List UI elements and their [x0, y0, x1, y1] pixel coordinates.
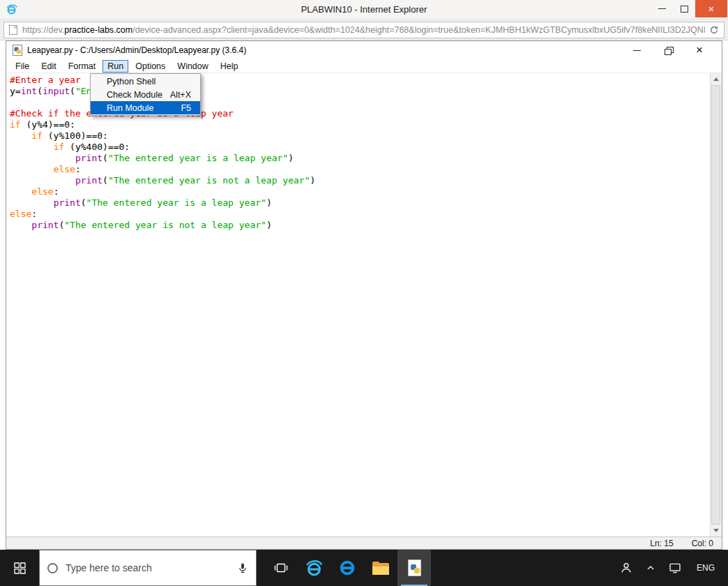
menu-help[interactable]: Help [215, 60, 243, 73]
menu-item-label: Check Module [107, 90, 162, 100]
menu-window[interactable]: Window [172, 60, 213, 73]
internet-explorer-icon [305, 559, 324, 578]
idle-window-controls: × [632, 45, 704, 55]
code-line: print("The entered year is not a leap ye… [10, 220, 709, 231]
taskbar-app-edge[interactable] [331, 550, 364, 586]
minimize-icon [658, 8, 666, 9]
menu-item-shortcut: F5 [181, 103, 191, 113]
ie-addressbar: https://dev.practice-labs.com/device-adv… [0, 20, 728, 40]
status-column-number: Col: 0 [692, 539, 713, 548]
file-explorer-icon [372, 562, 389, 575]
scroll-down-arrow-icon[interactable] [711, 525, 722, 536]
scroll-up-arrow-icon[interactable] [711, 73, 722, 85]
code-line: print("The entered year is a leap year") [10, 153, 709, 164]
restore-icon [665, 47, 672, 54]
cortana-icon [47, 563, 58, 573]
url-scheme: https://dev. [22, 25, 64, 35]
system-tray: ENG [614, 550, 728, 586]
idle-close-button[interactable]: × [695, 45, 704, 55]
menu-format[interactable]: Format [63, 60, 101, 73]
idle-menubar: File Edit Format Run Options Window Help [6, 59, 722, 73]
code-line: if (y%4)==0: [10, 119, 709, 130]
maximize-icon [681, 6, 688, 13]
menu-file[interactable]: File [10, 60, 34, 73]
ie-close-button[interactable]: × [695, 0, 727, 17]
ie-maximize-button[interactable] [673, 0, 695, 17]
page-icon [9, 25, 17, 35]
microphone-icon[interactable] [237, 562, 248, 573]
menu-item-shortcut: Alt+X [170, 90, 191, 100]
taskbar-search[interactable] [39, 550, 257, 586]
network-icon [669, 562, 681, 574]
task-view-button[interactable] [265, 550, 297, 586]
taskbar-app-file-explorer[interactable] [364, 550, 397, 586]
status-line-number: Ln: 15 [650, 539, 673, 548]
code-line: print("The entered year is not a leap ye… [10, 175, 709, 186]
show-hidden-icons-button[interactable] [639, 550, 662, 586]
edge-icon [338, 559, 356, 577]
code-line: if (y%400)==0: [10, 142, 709, 153]
ie-minimize-button[interactable] [651, 0, 673, 17]
idle-restore-button[interactable] [663, 45, 673, 55]
url-path: /device-advanced.aspx?client=java&device… [132, 25, 705, 35]
network-button[interactable] [662, 550, 688, 586]
code-line: print("The entered year is a leap year") [10, 197, 709, 209]
menu-item-label: Python Shell [107, 77, 156, 87]
menu-options[interactable]: Options [130, 60, 170, 73]
start-button[interactable] [0, 550, 39, 586]
idle-window: Leapyear.py - C:/Users/Admin/Desktop/Lea… [6, 40, 722, 550]
language-indicator[interactable]: ENG [688, 550, 724, 586]
idle-editor: #Enter a yeary=int(input("Enter a year: … [6, 73, 722, 536]
ie-window-title: PLABWIN10 - Internet Explorer [301, 4, 427, 15]
ie-titlebar[interactable]: PLABWIN10 - Internet Explorer × [0, 0, 728, 20]
idle-minimize-button[interactable] [632, 45, 642, 55]
code-area[interactable]: #Enter a yeary=int(input("Enter a year: … [10, 75, 709, 536]
scrollbar-thumb[interactable] [711, 85, 720, 525]
idle-statusbar: Ln: 15 Col: 0 [6, 536, 722, 549]
run-dropdown-menu: Python Shell Check Module Alt+X Run Modu… [90, 73, 201, 116]
taskbar-app-internet-explorer[interactable] [297, 550, 331, 586]
ie-window-controls: × [651, 0, 728, 19]
code-line: else: [10, 209, 709, 220]
menu-item-run-module[interactable]: Run Module F5 [91, 101, 200, 114]
python-file-icon [13, 45, 22, 56]
internet-explorer-logo-icon [6, 3, 17, 15]
people-icon [620, 562, 632, 574]
code-line: if (y%100)==0: [10, 130, 709, 142]
menu-item-check-module[interactable]: Check Module Alt+X [91, 88, 200, 101]
address-bar-input[interactable]: https://dev.practice-labs.com/device-adv… [3, 22, 725, 38]
url-text: https://dev.practice-labs.com/device-adv… [22, 25, 705, 35]
menu-item-python-shell[interactable]: Python Shell [91, 75, 200, 88]
windows-logo-icon [13, 562, 26, 575]
url-domain: practice-labs.com [64, 25, 132, 35]
code-line: else: [10, 164, 709, 175]
python-idle-icon [408, 559, 421, 576]
idle-titlebar[interactable]: Leapyear.py - C:/Users/Admin/Desktop/Lea… [6, 41, 722, 59]
refresh-icon[interactable] [709, 25, 719, 35]
taskbar-app-python-idle[interactable] [397, 550, 431, 586]
close-icon: × [708, 3, 715, 15]
menu-run[interactable]: Run [103, 60, 128, 73]
idle-window-title: Leapyear.py - C:/Users/Admin/Desktop/Lea… [27, 45, 246, 55]
taskbar: ENG [0, 550, 728, 586]
task-view-icon [274, 561, 288, 575]
search-input[interactable] [66, 562, 229, 573]
code-line: else: [10, 186, 709, 197]
minimize-icon [633, 50, 641, 51]
chevron-up-icon [645, 562, 656, 573]
editor-scrollbar[interactable] [710, 73, 722, 536]
close-icon: × [696, 45, 703, 55]
menu-edit[interactable]: Edit [36, 60, 61, 73]
menu-item-label: Run Module [107, 103, 153, 113]
people-button[interactable] [614, 550, 639, 586]
